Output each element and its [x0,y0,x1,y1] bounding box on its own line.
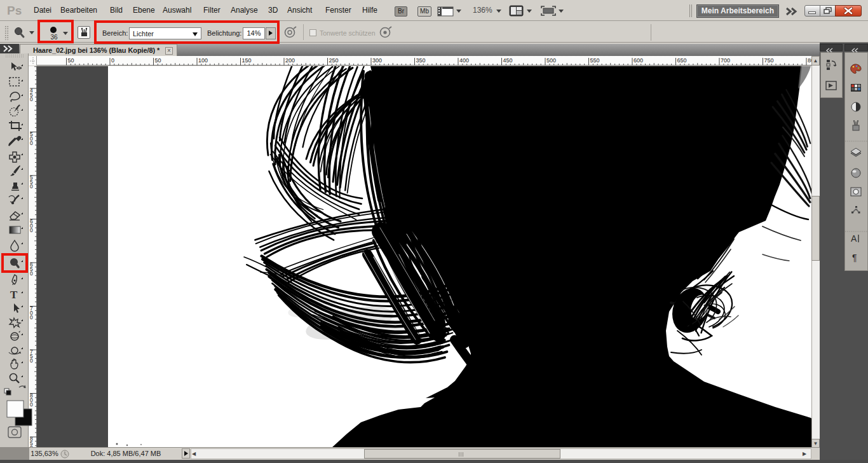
svg-text:750: 750 [764,57,774,64]
svg-text:0: 0 [30,96,33,102]
svg-text:250: 250 [329,57,339,64]
svg-text:350: 350 [416,57,426,64]
svg-text:0: 0 [30,357,33,364]
svg-text:50: 50 [68,57,74,64]
svg-text:A: A [851,233,857,244]
svg-text:0: 0 [30,140,33,146]
svg-text:0: 0 [30,314,33,321]
svg-text:0: 0 [30,227,33,233]
svg-text:300: 300 [372,57,382,64]
svg-text:50: 50 [155,57,161,64]
svg-text:0: 0 [30,183,33,190]
svg-text:700: 700 [721,57,730,64]
svg-text:100: 100 [198,57,208,64]
svg-text:T: T [10,289,18,301]
svg-text:450: 450 [503,57,513,64]
svg-text:200: 200 [285,57,295,64]
svg-text:150: 150 [242,57,252,64]
svg-text:650: 650 [677,57,687,64]
svg-text:0: 0 [30,270,33,277]
svg-text:0: 0 [111,57,114,64]
svg-text:¶: ¶ [852,252,857,263]
svg-text:600: 600 [634,57,643,64]
svg-text:400: 400 [459,57,469,64]
svg-text:550: 550 [590,57,600,64]
svg-text:500: 500 [546,57,556,64]
